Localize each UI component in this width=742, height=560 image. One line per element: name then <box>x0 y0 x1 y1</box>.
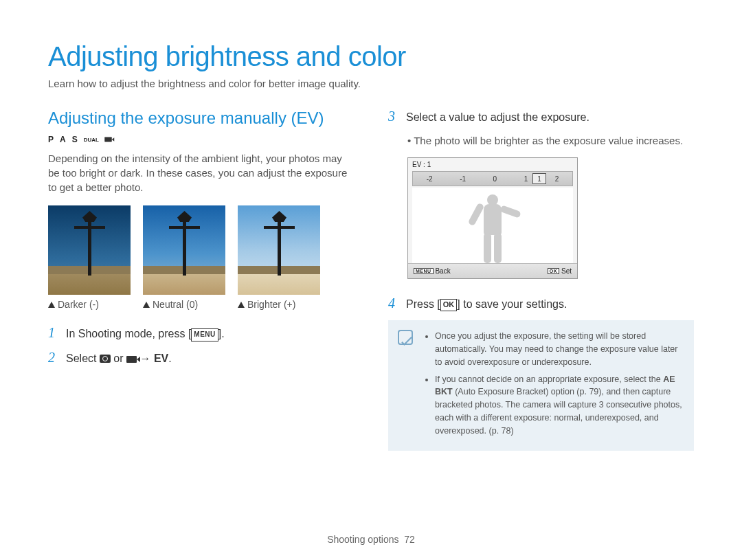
ev-preview-screen: EV : 1 -2 -1 0 1 2 1 MEN <box>407 157 578 279</box>
ev-tick: -2 <box>427 175 433 183</box>
note-box: Once you adjust the exposure, the settin… <box>388 320 694 451</box>
step3-sub: The photo will be brighter as the exposu… <box>407 133 694 148</box>
ev-tick: -1 <box>460 175 466 183</box>
step3-text: Select a value to adjust the exposure. <box>406 109 589 125</box>
video-icon <box>126 356 137 363</box>
ev-tick: 2 <box>555 175 559 183</box>
section-body: Depending on the intensity of the ambien… <box>48 151 354 194</box>
mode-a: A <box>60 135 68 144</box>
page-footer: Shooting options 72 <box>0 534 742 545</box>
step2-ev: EV <box>154 352 168 364</box>
ev-set-label: Set <box>561 267 572 275</box>
ev-set: OK Set <box>548 267 572 275</box>
ev-tick: 0 <box>493 175 497 183</box>
step-2: 2 Select or → EV. <box>48 350 354 366</box>
thumb-brighter: Brighter (+) <box>238 205 320 310</box>
note2-a: If you cannot decide on an appropriate e… <box>435 374 663 384</box>
step1-text-b: ]. <box>218 328 225 339</box>
step-4: 4 Press [OK] to save your settings. <box>388 295 694 312</box>
step-number: 2 <box>48 350 59 366</box>
mode-dual: DUAL <box>84 137 99 143</box>
ev-preview-image <box>412 188 573 263</box>
right-column: 3 Select a value to adjust the exposure.… <box>388 109 694 451</box>
ok-button-icon: OK <box>548 268 560 274</box>
step-3: 3 Select a value to adjust the exposure. <box>388 109 694 125</box>
mode-p: P <box>48 135 56 144</box>
thumb-brighter-label: Brighter (+) <box>247 299 295 310</box>
step-1: 1 In Shooting mode, press [MENU]. <box>48 325 354 341</box>
thumb-darker-label: Darker (-) <box>58 299 99 310</box>
ev-tick: 1 <box>524 175 528 183</box>
exposure-thumbnails: Darker (-) Neutral (0) Brighter (+) <box>48 205 354 310</box>
ev-header: EV : 1 <box>408 158 577 168</box>
step2-text-b: or <box>111 352 126 364</box>
thumb-darker: Darker (-) <box>48 205 131 310</box>
ev-back: MENU Back <box>414 267 451 275</box>
thumb-neutral: Neutral (0) <box>143 205 225 310</box>
step1-text-a: In Shooting mode, press [ <box>66 328 191 339</box>
note-item-2: If you cannot decide on an appropriate e… <box>435 373 683 438</box>
triangle-icon <box>48 302 55 308</box>
step4-text-a: Press [ <box>406 298 440 310</box>
triangle-icon <box>238 302 245 308</box>
step-number: 4 <box>388 295 399 311</box>
mode-icons: P A S DUAL <box>48 135 354 144</box>
step2-text-a: Select <box>66 352 100 364</box>
footer-page: 72 <box>404 534 415 545</box>
step2-text-d: . <box>168 352 171 364</box>
menu-button-icon: MENU <box>414 268 434 274</box>
ev-back-label: Back <box>435 267 450 275</box>
note2-b: (Auto Exposure Bracket) option (p. 79), … <box>435 387 682 435</box>
ev-selected: 1 <box>532 173 546 184</box>
thumb-neutral-label: Neutral (0) <box>153 299 198 310</box>
ev-scale-bar: -2 -1 0 1 2 1 <box>412 171 573 186</box>
person-silhouette-icon <box>469 194 517 263</box>
movie-icon <box>104 137 112 142</box>
triangle-icon <box>143 302 150 308</box>
footer-section: Shooting options <box>327 534 398 545</box>
note-item-1: Once you adjust the exposure, the settin… <box>435 330 683 368</box>
menu-button-label: MENU <box>191 328 218 341</box>
ok-button-label: OK <box>440 299 458 311</box>
note-icon <box>398 330 413 345</box>
page-title: Adjusting brightness and color <box>48 41 694 72</box>
mode-s: S <box>72 135 80 144</box>
camera-icon <box>100 355 111 363</box>
intro-text: Learn how to adjust the brightness and c… <box>48 78 694 89</box>
left-column: Adjusting the exposure manually (EV) P A… <box>48 109 354 451</box>
step4-text-b: ] to save your settings. <box>457 298 567 310</box>
step-number: 1 <box>48 325 59 341</box>
section-heading: Adjusting the exposure manually (EV) <box>48 109 354 128</box>
step-number: 3 <box>388 109 399 124</box>
